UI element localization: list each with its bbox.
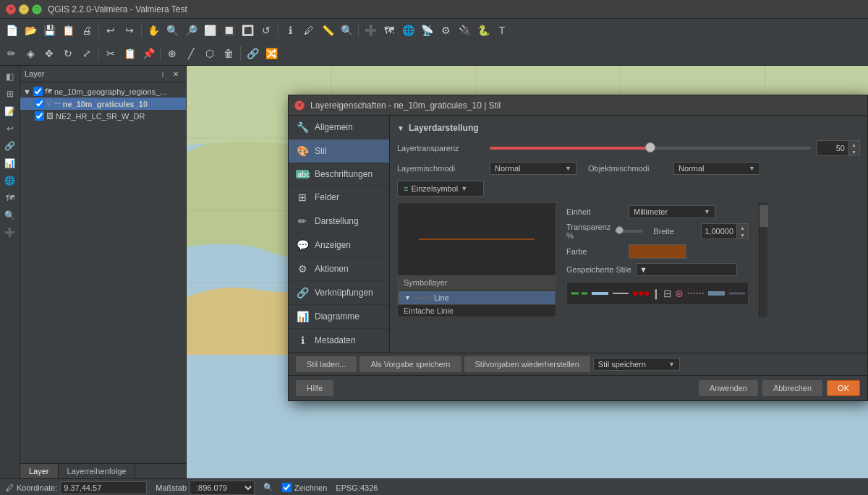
sidebar-item-stil[interactable]: 🎨 Stil [289, 139, 389, 163]
undo-icon[interactable]: ↩ [102, 22, 119, 39]
add-wms-icon[interactable]: 🌐 [399, 22, 417, 39]
cut-icon[interactable]: ✂ [102, 45, 119, 62]
style-swatch-7[interactable] [728, 286, 745, 301]
sidebar-item-felder[interactable]: ⊞ Felder [289, 186, 389, 210]
plus-side-icon[interactable]: ➕ [2, 225, 18, 241]
zoom-selection-icon[interactable]: 🔲 [220, 22, 237, 39]
rotate-icon[interactable]: ↻ [59, 45, 77, 62]
layer-item-1[interactable]: ▼ 🗺 ne_10m_geography_regions_... [20, 85, 186, 98]
move-icon[interactable]: ✥ [41, 45, 58, 62]
load-style-button[interactable]: Stil laden... [296, 356, 357, 372]
draw-checkbox[interactable] [282, 483, 292, 492]
zoom-layer-icon[interactable]: 🔳 [239, 22, 256, 39]
scale-dropdown[interactable]: :896.079 [190, 481, 255, 495]
info-icon[interactable]: ℹ [281, 22, 299, 39]
redo-icon[interactable]: ↪ [121, 22, 138, 39]
layer-close-icon[interactable]: ✕ [170, 68, 182, 79]
style-swatch-6[interactable] [707, 286, 724, 301]
layer-sort-icon[interactable]: ↕ [157, 68, 169, 79]
scrollbar-thumb[interactable] [760, 205, 768, 227]
sidebar-item-anzeigen[interactable]: 💬 Anzeigen [289, 233, 389, 257]
globe-icon[interactable]: 🌐 [2, 173, 18, 189]
restore-defaults-button[interactable]: Stilvorgaben wiederherstellen [464, 356, 590, 372]
plugins-icon[interactable]: 🔌 [456, 22, 473, 39]
sidebar-item-verknuepfungen[interactable]: 🔗 Verknüpfungen [289, 281, 389, 305]
identify-icon[interactable]: 🔍 [338, 22, 355, 39]
save-default-button[interactable]: Als Vorgabe speichern [359, 356, 461, 372]
zoom-full-icon[interactable]: ⬜ [201, 22, 218, 39]
cancel-button[interactable]: Abbrechen [762, 380, 822, 396]
coordinate-input[interactable] [60, 481, 147, 494]
sidebar-item-aktionen[interactable]: ⚙ Aktionen [289, 257, 389, 281]
width-spinbox[interactable]: 1,00000 ▲ ▼ [701, 223, 749, 239]
zoom-out-icon[interactable]: 🔎 [182, 22, 200, 39]
delete-selected-icon[interactable]: 🗑 [220, 45, 237, 62]
sidebar-item-diagramme[interactable]: 📊 Diagramme [289, 305, 389, 329]
symbol-selector-dropdown[interactable]: ≡ Einzelsymbol ▼ [397, 181, 484, 197]
layer2-checkbox[interactable] [35, 99, 44, 108]
maximize-button[interactable]: □ [32, 4, 42, 14]
style-swatch-2[interactable] [590, 286, 608, 301]
measure-icon[interactable]: 📏 [319, 22, 336, 39]
transparency-slider-thumb[interactable] [645, 142, 655, 152]
tile-icon[interactable]: 🗺 [2, 190, 18, 206]
search-side-icon[interactable]: 🔍 [2, 207, 18, 223]
style-swatch-1[interactable] [570, 286, 587, 301]
sidebar-item-darstellung[interactable]: ✏ Darstellung [289, 210, 389, 233]
transparency-spin-up[interactable]: ▲ [848, 141, 859, 148]
unit-dropdown[interactable]: Millimeter ▼ [629, 205, 715, 218]
layer1-checkbox[interactable] [33, 87, 43, 96]
pan-icon[interactable]: ✋ [145, 22, 162, 39]
settings-icon[interactable]: ⚙ [437, 22, 454, 39]
style-swatch-4[interactable] [631, 286, 649, 301]
snapping-icon[interactable]: 🔗 [244, 45, 261, 62]
open-icon[interactable]: 📂 [22, 22, 39, 39]
transparency-spin-down[interactable]: ▼ [848, 148, 859, 155]
overview-icon[interactable]: ⊞ [2, 86, 18, 102]
close-button[interactable]: ✕ [6, 4, 16, 14]
add-vector-icon[interactable]: ➕ [362, 22, 379, 39]
transparency-slider-track[interactable] [490, 147, 811, 150]
save-style-dropdown[interactable]: Stil speichern ▼ [593, 358, 680, 371]
save-as-icon[interactable]: 📋 [59, 22, 77, 39]
color-swatch[interactable] [629, 244, 686, 259]
style-swatch-3[interactable] [611, 286, 629, 301]
transparency-spinbox[interactable]: 50 ▲ ▼ [817, 140, 860, 156]
sidebar-item-metadaten[interactable]: ℹ Metadaten [289, 329, 389, 353]
save-icon[interactable]: 💾 [41, 22, 58, 39]
einfache-linie-item[interactable]: Einfache Linie [398, 305, 556, 317]
capture-line-icon[interactable]: ╱ [182, 45, 200, 62]
style-swatch-5[interactable] [686, 286, 704, 301]
tab-layer-order[interactable]: Layerreihenfolge [59, 464, 136, 478]
minimize-button[interactable]: − [19, 4, 29, 14]
print-icon[interactable]: 🖨 [78, 22, 95, 39]
topology-icon[interactable]: 🔀 [263, 45, 280, 62]
layer-item-2[interactable]: V 〰 ne_10m_graticules_10 [20, 98, 186, 110]
snapping-side-icon[interactable]: 🔗 [2, 138, 18, 154]
layer3-checkbox[interactable] [35, 111, 44, 121]
map-area[interactable]: ✕ Layereigenschaften - ne_10m_graticules… [187, 66, 868, 478]
stats-icon[interactable]: 📊 [2, 155, 18, 171]
text-icon[interactable]: T [493, 22, 511, 39]
layer-blend-dropdown[interactable]: Normal ▼ [490, 162, 576, 175]
width-spin-up[interactable]: ▲ [736, 224, 748, 231]
copy-icon[interactable]: 📋 [121, 45, 138, 62]
layers-side-icon[interactable]: ◧ [2, 69, 18, 85]
zoom-in-icon[interactable]: 🔍 [163, 22, 181, 39]
symbol-layer-line[interactable]: ▼ Line [399, 291, 555, 304]
log-icon[interactable]: 📝 [2, 103, 18, 119]
sidebar-item-beschriftungen[interactable]: abc Beschriftungen [289, 163, 389, 186]
apply-button[interactable]: Anwenden [699, 380, 758, 396]
trans-pct-thumb[interactable] [616, 226, 624, 234]
tab-layer[interactable]: Layer [20, 464, 59, 478]
layer-item-3[interactable]: 🖼 NE2_HR_LC_SR_W_DR [20, 110, 186, 122]
select-icon[interactable]: 🖊 [300, 22, 318, 39]
python-icon[interactable]: 🐍 [475, 22, 492, 39]
capture-point-icon[interactable]: ⊕ [163, 45, 181, 62]
ok-button[interactable]: OK [827, 380, 860, 396]
refresh-icon[interactable]: ↺ [258, 22, 275, 39]
help-button[interactable]: Hilfe [296, 380, 333, 396]
dialog-close-button[interactable]: ✕ [294, 100, 305, 111]
width-spin-down[interactable]: ▼ [736, 231, 748, 238]
add-wfs-icon[interactable]: 📡 [418, 22, 435, 39]
